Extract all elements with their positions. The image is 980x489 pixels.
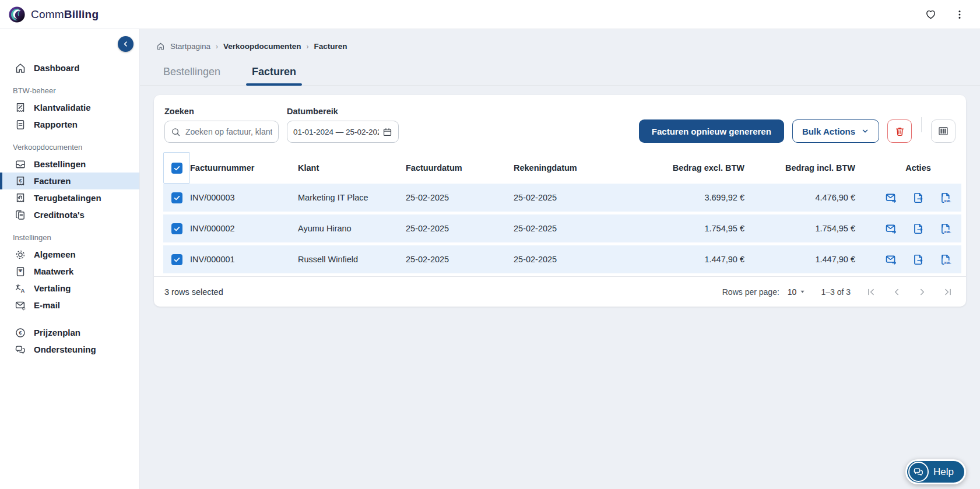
check-icon	[173, 225, 181, 233]
select-row-checkbox[interactable]	[171, 192, 182, 203]
select-all-checkbox[interactable]	[171, 163, 182, 174]
toolbar-divider	[921, 117, 922, 132]
select-row-checkbox[interactable]	[171, 254, 182, 265]
table-row[interactable]: INV/000002 Ayumu Hirano 25-02-2025 25-02…	[163, 214, 961, 242]
xml-file-icon: XML	[940, 192, 952, 204]
sidebar-item-email[interactable]: E-mail	[0, 297, 139, 314]
receipt-percent-icon	[15, 102, 26, 114]
column-header-klant[interactable]: Klant	[298, 163, 406, 173]
search-input[interactable]	[185, 127, 272, 136]
send-email-icon	[885, 254, 897, 266]
row-actions: XML	[875, 192, 961, 204]
check-icon	[173, 256, 181, 263]
sidebar-collapse-button[interactable]	[118, 36, 134, 52]
last-page-button[interactable]	[943, 287, 953, 297]
bulk-actions-button[interactable]: Bulk Actions	[792, 119, 879, 143]
date-range-input[interactable]: 01-01-2024 — 25-02-202	[287, 121, 399, 143]
main-content: Startpagina › Verkoopdocumenten › Factur…	[140, 29, 980, 489]
topbar-actions	[925, 8, 965, 20]
document-icon	[15, 119, 26, 131]
column-header-bedrag-incl[interactable]: Bedrag incl. BTW	[764, 163, 875, 173]
column-header-bedrag-excl[interactable]: Bedrag excl. BTW	[651, 163, 764, 173]
export-file-button[interactable]	[912, 192, 925, 204]
previous-page-button[interactable]	[891, 287, 902, 297]
svg-text:XML: XML	[944, 230, 951, 234]
sidebar-item-label: Terugbetalingen	[34, 193, 101, 203]
cell-billing-date: 25-02-2025	[514, 193, 651, 202]
breadcrumb-separator: ›	[216, 43, 218, 51]
svg-text:€: €	[19, 330, 22, 336]
breadcrumb-verkoopdocumenten[interactable]: Verkoopdocumenten	[223, 42, 301, 51]
cell-billing-date: 25-02-2025	[514, 224, 651, 233]
select-all-cell	[163, 152, 190, 184]
mail-gear-icon	[15, 300, 26, 311]
search-icon	[171, 127, 181, 137]
favorites-heart-button[interactable]	[925, 8, 937, 20]
table-row[interactable]: INV/000001 Russell Winfield 25-02-2025 2…	[163, 245, 961, 273]
sidebar-item-label: Maatwerk	[34, 266, 73, 276]
sidebar-item-terugbetalingen[interactable]: Terugbetalingen	[0, 189, 139, 206]
sidebar-item-klantvalidatie[interactable]: Klantvalidatie	[0, 99, 139, 116]
sidebar-item-maatwerk[interactable]: * Maatwerk	[0, 263, 139, 280]
heart-icon	[925, 8, 937, 20]
breadcrumb-startpagina[interactable]: Startpagina	[170, 42, 210, 51]
manage-columns-button[interactable]	[931, 119, 956, 143]
sidebar-item-prijzenplan[interactable]: € Prijzenplan	[0, 324, 139, 341]
export-file-button[interactable]	[912, 223, 925, 235]
delete-selected-button[interactable]	[887, 119, 912, 143]
tab-bestellingen[interactable]: Bestellingen	[157, 66, 226, 85]
check-icon	[173, 164, 181, 172]
kebab-menu-icon	[954, 9, 965, 20]
xml-file-button[interactable]: XML	[940, 254, 952, 266]
search-input-box	[164, 121, 279, 143]
column-header-factuurdatum[interactable]: Factuurdatum	[406, 163, 514, 173]
sidebar-item-dashboard[interactable]: Dashboard	[0, 59, 139, 76]
last-page-icon	[943, 287, 953, 297]
export-file-button[interactable]	[912, 254, 925, 266]
sidebar-item-vertaling[interactable]: A Vertaling	[0, 280, 139, 297]
column-header-rekeningdatum[interactable]: Rekeningdatum	[514, 163, 651, 173]
export-file-icon	[912, 254, 925, 266]
column-header-factuurnummer[interactable]: Factuurnummer	[190, 163, 298, 173]
sidebar: Dashboard BTW-beheer Klantvalidatie Rapp…	[0, 29, 140, 489]
chevron-right-icon	[917, 287, 928, 297]
commbilling-logo-icon	[8, 6, 26, 23]
xml-file-button[interactable]: XML	[940, 223, 952, 235]
sidebar-item-bestellingen[interactable]: Bestellingen	[0, 156, 139, 173]
first-page-button[interactable]	[866, 287, 876, 297]
send-email-button[interactable]	[885, 254, 897, 266]
date-range-value: 01-01-2024 — 25-02-202	[293, 128, 379, 136]
regenerate-invoices-button[interactable]: Facturen opnieuw genereren	[639, 119, 784, 143]
bulk-actions-label: Bulk Actions	[802, 126, 855, 136]
sidebar-item-rapporten[interactable]: Rapporten	[0, 116, 139, 133]
select-row-checkbox[interactable]	[171, 223, 182, 234]
help-button[interactable]: Help	[905, 459, 966, 484]
chevron-left-icon	[891, 287, 902, 297]
table-row[interactable]: INV/000003 Marketing IT Place 25-02-2025…	[163, 184, 961, 212]
next-page-button[interactable]	[917, 287, 928, 297]
send-email-button[interactable]	[885, 192, 897, 204]
breadcrumb-home-icon[interactable]	[156, 42, 165, 51]
svg-text:€: €	[19, 177, 22, 183]
rows-per-page-select[interactable]: 10	[788, 287, 806, 297]
tab-facturen[interactable]: Facturen	[246, 66, 302, 85]
sidebar-item-algemeen[interactable]: Algemeen	[0, 246, 139, 263]
cell-amount-excl: 3.699,92 €	[651, 193, 764, 202]
send-email-button[interactable]	[885, 223, 897, 235]
cell-amount-excl: 1.754,95 €	[651, 224, 764, 233]
tab-bar: Bestellingen Facturen	[140, 51, 980, 86]
sidebar-item-facturen[interactable]: € Facturen	[0, 173, 139, 189]
brand-prefix: Comm	[31, 8, 64, 20]
first-page-icon	[866, 287, 876, 297]
svg-text:*: *	[19, 268, 22, 275]
sidebar-item-label: E-mail	[34, 300, 60, 310]
cell-client: Russell Winfield	[298, 255, 406, 264]
xml-file-button[interactable]: XML	[940, 192, 952, 204]
row-actions: XML	[875, 223, 961, 235]
sidebar-item-ondersteuning[interactable]: Ondersteuning	[0, 341, 139, 358]
sidebar-section-btw-beheer: BTW-beheer	[0, 86, 139, 95]
brand-suffix: Billing	[64, 8, 99, 20]
kebab-menu-button[interactable]	[954, 9, 965, 20]
inbox-icon	[15, 159, 26, 170]
sidebar-item-creditnotas[interactable]: Creditnota's	[0, 206, 139, 223]
